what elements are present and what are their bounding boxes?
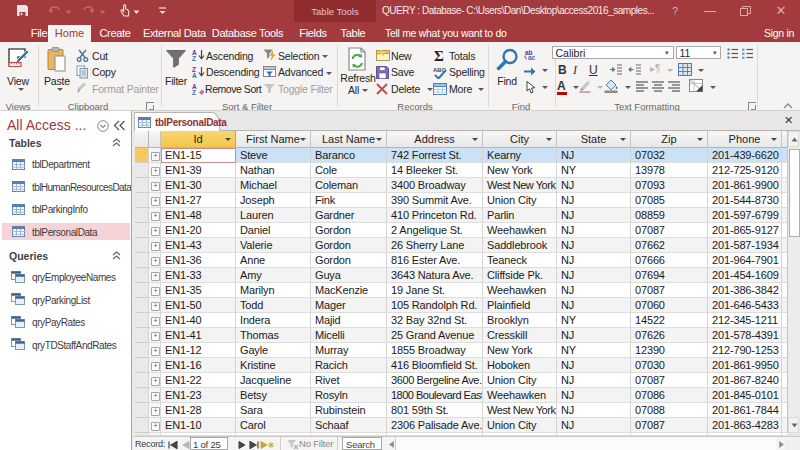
- svg-text:Z: Z: [192, 55, 196, 61]
- svg-text:Z: Z: [192, 89, 196, 95]
- svg-text:A: A: [192, 72, 197, 78]
- svg-text:ac: ac: [528, 54, 536, 60]
